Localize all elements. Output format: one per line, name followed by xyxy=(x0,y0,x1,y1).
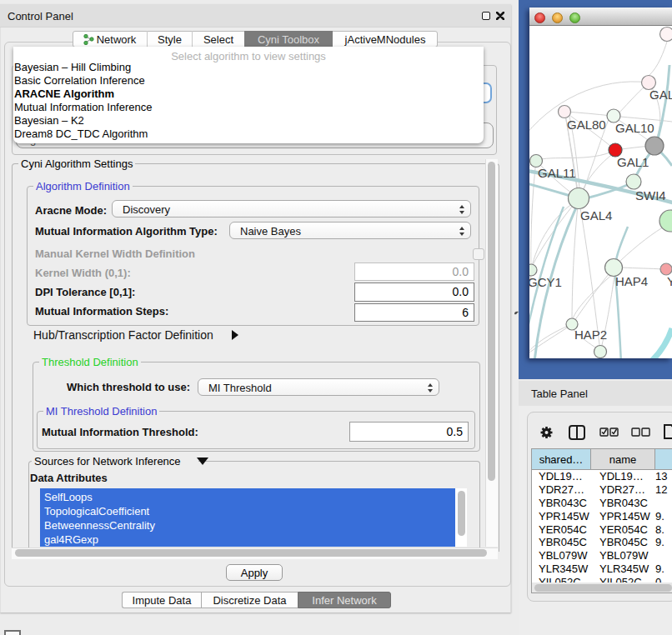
svg-text:HAP4: HAP4 xyxy=(615,274,648,288)
svg-text:GCY1: GCY1 xyxy=(529,275,562,289)
svg-text:SWI4: SWI4 xyxy=(635,188,666,202)
svg-text:GAL4: GAL4 xyxy=(580,208,612,222)
svg-text:GAL80: GAL80 xyxy=(567,118,606,132)
svg-text:GAL: GAL xyxy=(649,88,672,102)
svg-text:GAL1: GAL1 xyxy=(617,155,649,169)
svg-text:HAP2: HAP2 xyxy=(574,328,607,342)
svg-text:GAL10: GAL10 xyxy=(615,121,654,135)
svg-text:Y: Y xyxy=(667,274,672,288)
svg-text:GAL11: GAL11 xyxy=(538,166,576,180)
